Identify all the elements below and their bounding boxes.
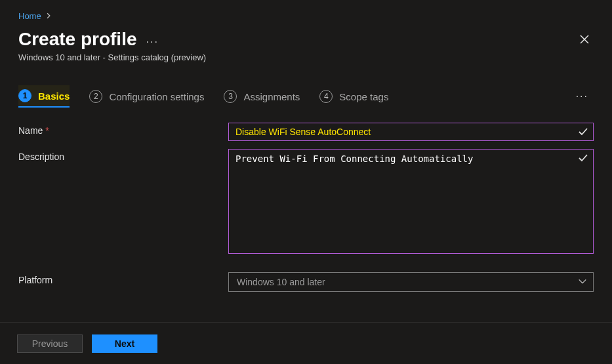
label-text: Name xyxy=(18,125,43,136)
name-field-wrap xyxy=(228,123,594,141)
platform-field-wrap: Windows 10 and later xyxy=(228,272,594,292)
tab-label: Configuration settings xyxy=(109,91,204,102)
chevron-down-icon xyxy=(578,277,587,286)
previous-button[interactable]: Previous xyxy=(17,334,83,353)
form-row-platform: Platform Windows 10 and later xyxy=(18,272,594,292)
close-icon[interactable] xyxy=(575,30,594,49)
tab-scope-tags[interactable]: 4 Scope tags xyxy=(319,86,388,107)
tab-configuration-settings[interactable]: 2 Configuration settings xyxy=(89,86,204,107)
wizard-tabs: 1 Basics 2 Configuration settings 3 Assi… xyxy=(18,85,594,108)
name-input[interactable] xyxy=(228,123,594,141)
tab-step-number: 1 xyxy=(18,89,31,102)
tab-label: Basics xyxy=(38,91,70,102)
tab-step-number: 4 xyxy=(319,90,333,103)
check-icon xyxy=(578,127,588,137)
description-field-wrap xyxy=(228,149,594,256)
check-icon xyxy=(578,153,588,163)
form-area: Name* Description Platform Wi xyxy=(18,123,594,292)
breadcrumb: Home xyxy=(18,8,594,24)
page-subtitle: Windows 10 and later - Settings catalog … xyxy=(18,52,594,62)
title-more-button[interactable]: ··· xyxy=(146,36,159,48)
platform-value: Windows 10 and later xyxy=(237,277,325,287)
tab-basics[interactable]: 1 Basics xyxy=(18,85,70,108)
title-wrap: Create profile ··· xyxy=(18,29,159,50)
page-root: Home Create profile ··· Windows 10 and l… xyxy=(0,0,612,364)
breadcrumb-home-link[interactable]: Home xyxy=(18,11,41,21)
platform-label: Platform xyxy=(18,272,228,285)
page-title: Create profile xyxy=(18,29,137,50)
form-row-description: Description xyxy=(18,149,594,256)
chevron-right-icon xyxy=(45,12,52,19)
name-label: Name* xyxy=(18,123,228,136)
form-row-name: Name* xyxy=(18,123,594,141)
description-label: Description xyxy=(18,149,228,162)
platform-select[interactable]: Windows 10 and later xyxy=(228,272,594,292)
description-input[interactable] xyxy=(228,149,594,254)
tabs-more-button[interactable]: ··· xyxy=(571,88,594,105)
tab-label: Scope tags xyxy=(339,91,388,102)
required-asterisk: * xyxy=(45,125,49,136)
footer: Previous Next xyxy=(0,322,612,364)
tab-assignments[interactable]: 3 Assignments xyxy=(224,86,300,107)
header: Create profile ··· xyxy=(18,29,594,50)
tab-label: Assignments xyxy=(243,91,300,102)
tab-step-number: 2 xyxy=(89,90,102,103)
next-button[interactable]: Next xyxy=(92,334,157,353)
tab-step-number: 3 xyxy=(224,90,237,103)
